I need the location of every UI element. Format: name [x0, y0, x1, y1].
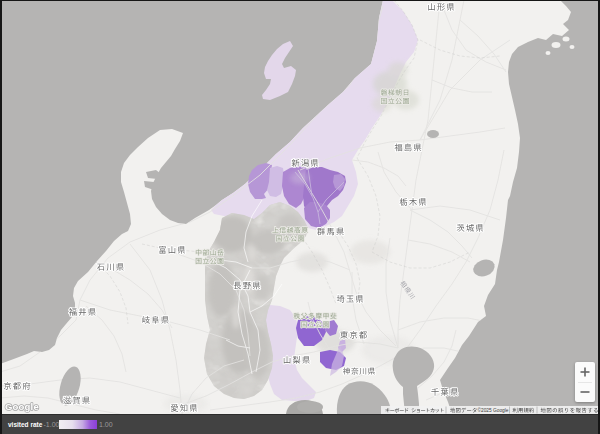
svg-text:©2025 Google: ©2025 Google — [478, 407, 509, 413]
svg-text:Google: Google — [5, 401, 39, 412]
